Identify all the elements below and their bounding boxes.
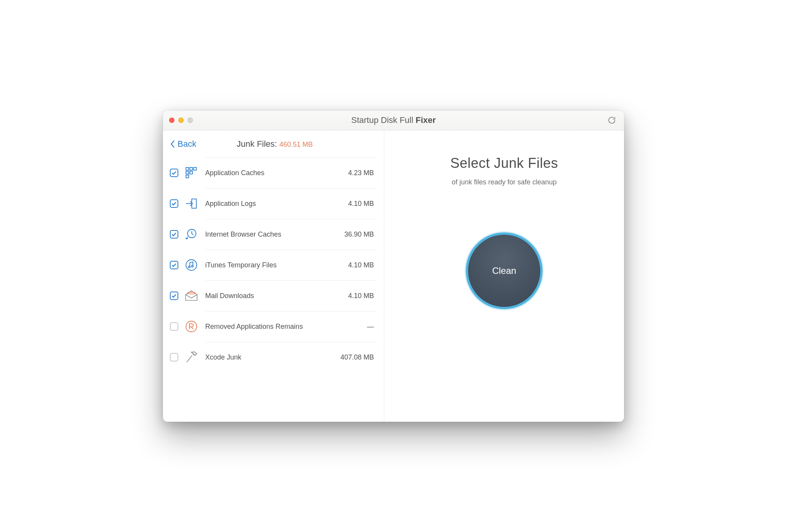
svg-rect-3	[186, 171, 189, 174]
zoom-window-button[interactable]	[188, 118, 193, 123]
item-name: Xcode Junk	[205, 353, 241, 361]
removed-app-icon	[184, 320, 198, 333]
back-label: Back	[178, 139, 196, 149]
list-item[interactable]: Internet Browser Caches 36.90 MB	[170, 219, 377, 250]
junk-files-heading: Junk Files: 460.51 MB	[237, 139, 313, 149]
checkbox[interactable]	[170, 322, 178, 331]
grid-icon	[184, 166, 198, 180]
junk-list: Application Caches 4.23 MB	[163, 157, 384, 418]
item-size: 4.10 MB	[348, 292, 374, 300]
junk-files-label: Junk Files:	[237, 139, 279, 149]
item-size: 4.10 MB	[348, 200, 374, 208]
mail-icon	[184, 289, 198, 303]
checkbox[interactable]	[170, 199, 178, 208]
list-item[interactable]: Removed Applications Remains —	[170, 311, 377, 342]
panel-subtitle: of junk files ready for safe cleanup	[452, 178, 556, 186]
panel-title: Select Junk Files	[450, 155, 558, 171]
music-note-icon	[184, 258, 198, 272]
svg-rect-4	[190, 171, 193, 174]
list-item[interactable]: Application Caches 4.23 MB	[170, 157, 377, 188]
item-size: 407.08 MB	[340, 353, 374, 361]
hammer-icon	[184, 350, 198, 364]
item-name: Application Caches	[205, 169, 264, 177]
right-panel: Select Junk Files of junk files ready fo…	[384, 131, 624, 422]
app-window: Startup Disk Full Fixer Back Junk Files:…	[163, 111, 624, 422]
svg-point-8	[186, 260, 197, 270]
checkbox[interactable]	[170, 292, 178, 300]
window-title-bold: Fixer	[415, 115, 436, 125]
clean-button[interactable]: Clean	[466, 232, 543, 309]
item-size: 36.90 MB	[344, 230, 374, 239]
browser-refresh-icon	[184, 227, 198, 241]
item-name: Application Logs	[205, 200, 256, 208]
left-panel: Back Junk Files: 460.51 MB	[163, 131, 384, 422]
content: Back Junk Files: 460.51 MB	[163, 131, 624, 422]
titlebar: Startup Disk Full Fixer	[163, 111, 624, 131]
svg-point-10	[191, 265, 193, 267]
window-controls	[169, 118, 193, 123]
item-name: Removed Applications Remains	[205, 323, 303, 331]
checkbox[interactable]	[170, 353, 178, 361]
svg-rect-11	[188, 292, 195, 294]
refresh-button[interactable]	[606, 115, 617, 126]
list-item[interactable]: Mail Downloads 4.10 MB	[170, 280, 377, 311]
window-title-prefix: Startup Disk Full	[351, 115, 416, 125]
checkbox[interactable]	[170, 169, 178, 177]
minimize-window-button[interactable]	[178, 118, 184, 123]
svg-rect-1	[190, 167, 193, 170]
svg-rect-5	[186, 175, 189, 178]
svg-point-9	[188, 266, 190, 268]
item-name: iTunes Temporary Files	[205, 261, 277, 269]
window-title: Startup Disk Full Fixer	[163, 115, 624, 125]
item-size: —	[367, 323, 374, 331]
refresh-icon	[607, 116, 616, 125]
item-size: 4.23 MB	[348, 169, 374, 177]
list-item[interactable]: Xcode Junk 407.08 MB	[170, 342, 377, 373]
list-item[interactable]: iTunes Temporary Files 4.10 MB	[170, 250, 377, 280]
left-header: Back Junk Files: 460.51 MB	[163, 131, 384, 157]
svg-point-12	[186, 321, 197, 332]
item-name: Mail Downloads	[205, 292, 254, 300]
item-size: 4.10 MB	[348, 261, 374, 269]
clean-button-label: Clean	[492, 265, 516, 276]
chevron-left-icon	[170, 140, 176, 148]
junk-files-size: 460.51 MB	[279, 141, 313, 148]
back-button[interactable]: Back	[170, 139, 196, 149]
checkbox[interactable]	[170, 261, 178, 269]
list-item[interactable]: Application Logs 4.10 MB	[170, 188, 377, 219]
log-arrow-icon	[184, 197, 198, 210]
item-name: Internet Browser Caches	[205, 230, 281, 239]
close-window-button[interactable]	[169, 118, 174, 123]
svg-rect-2	[194, 167, 196, 170]
checkbox[interactable]	[170, 230, 178, 239]
svg-rect-0	[186, 167, 189, 170]
